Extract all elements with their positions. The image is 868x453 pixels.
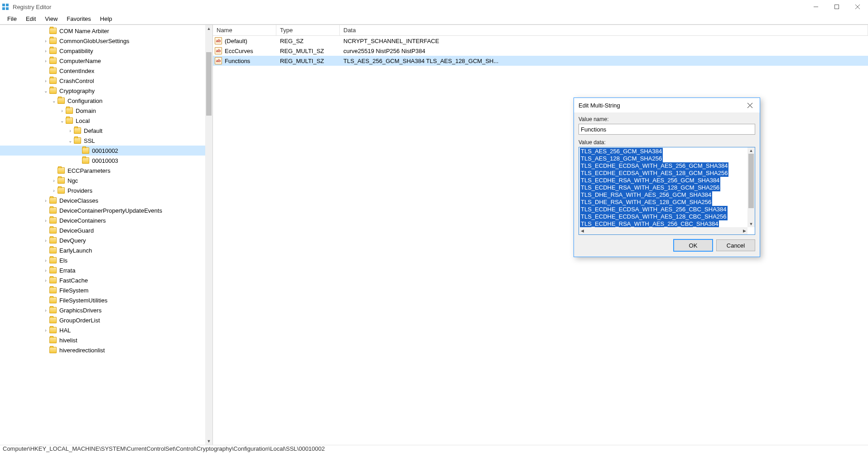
tree-item[interactable]: ›DeviceClasses: [0, 195, 205, 205]
column-header-type[interactable]: Type: [276, 25, 340, 35]
tree-item[interactable]: ·hiveredirectionlist: [0, 345, 205, 355]
chevron-right-icon[interactable]: ›: [43, 268, 49, 273]
value-row[interactable]: abFunctionsREG_MULTI_SZTLS_AES_256_GCM_S…: [213, 56, 868, 66]
close-button[interactable]: [847, 0, 868, 14]
scroll-thumb[interactable]: [206, 52, 212, 116]
tree-item[interactable]: ⌄Configuration: [0, 96, 205, 106]
tree-item[interactable]: ·EarlyLaunch: [0, 245, 205, 255]
values-list[interactable]: ab(Default)REG_SZNCRYPT_SCHANNEL_INTERFA…: [213, 36, 868, 66]
tree-item[interactable]: ›Errata: [0, 265, 205, 275]
chevron-right-icon[interactable]: ›: [43, 218, 49, 223]
tree-item[interactable]: ›Ngc: [0, 175, 205, 185]
value-row[interactable]: ab(Default)REG_SZNCRYPT_SCHANNEL_INTERFA…: [213, 36, 868, 46]
chevron-right-icon[interactable]: ›: [43, 58, 49, 63]
cipher-suite-line[interactable]: TLS_ECDHE_ECDSA_WITH_AES_128_GCM_SHA256: [580, 170, 728, 177]
chevron-right-icon[interactable]: ›: [43, 238, 49, 243]
tree-scrollbar[interactable]: ▲ ▼: [205, 25, 212, 445]
scroll-right-icon[interactable]: ▶: [741, 227, 747, 234]
chevron-right-icon[interactable]: ›: [43, 258, 49, 263]
tree-item[interactable]: ›Els: [0, 255, 205, 265]
tree-item[interactable]: ›ComputerName: [0, 56, 205, 66]
chevron-right-icon[interactable]: ›: [51, 178, 57, 183]
dialog-titlebar[interactable]: Edit Multi-String: [574, 98, 760, 112]
chevron-right-icon[interactable]: ›: [43, 328, 49, 333]
chevron-right-icon[interactable]: ›: [43, 308, 49, 313]
cipher-suite-line[interactable]: TLS_ECDHE_ECDSA_WITH_AES_256_CBC_SHA384: [580, 206, 728, 213]
tree-item[interactable]: ⌄Cryptography: [0, 86, 205, 96]
dialog-close-button[interactable]: [744, 100, 755, 111]
tree-item[interactable]: ·00010003: [0, 156, 205, 166]
cancel-button[interactable]: Cancel: [716, 239, 755, 251]
dialog-hscrollbar[interactable]: ◀ ▶: [579, 227, 747, 234]
tree-item[interactable]: ›CrashControl: [0, 76, 205, 86]
cipher-suite-line[interactable]: TLS_DHE_RSA_WITH_AES_256_GCM_SHA384: [580, 191, 712, 199]
tree-item[interactable]: ·hivelist: [0, 335, 205, 345]
tree-item[interactable]: ›DevQuery: [0, 235, 205, 245]
menu-favorites[interactable]: Favorites: [62, 15, 95, 23]
cipher-suite-line[interactable]: TLS_ECDHE_ECDSA_WITH_AES_256_GCM_SHA384: [580, 162, 728, 170]
cipher-suite-line[interactable]: TLS_DHE_RSA_WITH_AES_128_GCM_SHA256: [580, 199, 712, 206]
tree-item[interactable]: ›CommonGlobUserSettings: [0, 36, 205, 46]
chevron-right-icon[interactable]: ›: [43, 39, 49, 44]
tree-item[interactable]: ·DeviceGuard: [0, 225, 205, 235]
column-header-data[interactable]: Data: [340, 25, 868, 35]
tree-item[interactable]: ·ContentIndex: [0, 66, 205, 76]
dialog-vscrollbar[interactable]: ▲ ▼: [747, 147, 755, 227]
cipher-suite-line[interactable]: TLS_AES_128_GCM_SHA256: [580, 155, 663, 162]
menu-help[interactable]: Help: [96, 15, 117, 23]
tree-item[interactable]: ›GraphicsDrivers: [0, 305, 205, 315]
tree-item[interactable]: ›HAL: [0, 325, 205, 335]
tree-item[interactable]: ·DeviceContainerPropertyUpdateEvents: [0, 205, 205, 215]
scroll-down-icon[interactable]: ▼: [205, 438, 212, 445]
menu-file[interactable]: File: [3, 15, 21, 23]
tree-item[interactable]: ⌄SSL: [0, 136, 205, 146]
column-header-name[interactable]: Name: [213, 25, 276, 35]
value-data-textarea[interactable]: TLS_AES_256_GCM_SHA384TLS_AES_128_GCM_SH…: [579, 147, 755, 235]
chevron-down-icon[interactable]: ⌄: [67, 138, 73, 143]
ok-button[interactable]: OK: [674, 239, 713, 251]
scroll-up-icon[interactable]: ▲: [747, 147, 755, 154]
chevron-right-icon[interactable]: ›: [43, 78, 49, 83]
tree-item[interactable]: ›Domain: [0, 106, 205, 116]
chevron-right-icon[interactable]: ›: [59, 108, 65, 113]
cipher-suite-line[interactable]: TLS_ECDHE_RSA_WITH_AES_256_CBC_SHA384: [580, 220, 719, 227]
chevron-right-icon[interactable]: ›: [43, 49, 49, 54]
cipher-suite-line[interactable]: TLS_ECDHE_RSA_WITH_AES_128_GCM_SHA256: [580, 184, 720, 191]
chevron-down-icon[interactable]: ⌄: [43, 88, 49, 93]
chevron-down-icon[interactable]: ⌄: [59, 118, 65, 123]
value-row[interactable]: abEccCurvesREG_MULTI_SZcurve25519 NistP2…: [213, 46, 868, 56]
address-bar[interactable]: Computer\HKEY_LOCAL_MACHINE\SYSTEM\Curre…: [0, 445, 868, 453]
scroll-up-icon[interactable]: ▲: [205, 25, 212, 32]
maximize-button[interactable]: [826, 0, 847, 14]
menu-view[interactable]: View: [40, 15, 62, 23]
tree-item[interactable]: ·FileSystemUtilities: [0, 295, 205, 305]
tree-item[interactable]: ›Default: [0, 126, 205, 136]
chevron-right-icon[interactable]: ›: [43, 198, 49, 203]
value-name-input[interactable]: [579, 124, 755, 135]
tree-item[interactable]: ⌄Local: [0, 116, 205, 126]
scroll-down-icon[interactable]: ▼: [747, 221, 755, 227]
registry-tree[interactable]: ·COM Name Arbiter›CommonGlobUserSettings…: [0, 25, 205, 355]
cipher-suite-line[interactable]: TLS_ECDHE_ECDSA_WITH_AES_128_CBC_SHA256: [580, 213, 728, 220]
cipher-suite-line[interactable]: TLS_AES_256_GCM_SHA384: [580, 148, 663, 155]
tree-item[interactable]: ·GroupOrderList: [0, 315, 205, 325]
scroll-left-icon[interactable]: ◀: [579, 227, 585, 234]
tree-item[interactable]: ·COM Name Arbiter: [0, 26, 205, 36]
menu-edit[interactable]: Edit: [21, 15, 40, 23]
minimize-button[interactable]: [805, 0, 826, 14]
tree-item[interactable]: ·ECCParameters: [0, 166, 205, 175]
tree-item[interactable]: ›DeviceContainers: [0, 215, 205, 225]
tree-item[interactable]: ›Providers: [0, 185, 205, 195]
cipher-suite-line[interactable]: TLS_ECDHE_RSA_WITH_AES_256_GCM_SHA384: [580, 177, 720, 184]
tree-item-label: GroupOrderList: [58, 317, 101, 324]
tree-item[interactable]: ·FileSystem: [0, 285, 205, 295]
chevron-right-icon[interactable]: ›: [43, 278, 49, 283]
tree-item[interactable]: ›FastCache: [0, 275, 205, 285]
scroll-thumb[interactable]: [748, 154, 754, 208]
tree-item[interactable]: ›Compatibility: [0, 46, 205, 56]
chevron-right-icon[interactable]: ›: [51, 188, 57, 193]
chevron-right-icon[interactable]: ›: [67, 128, 73, 133]
tree-item-label: CrashControl: [58, 78, 95, 84]
chevron-down-icon[interactable]: ⌄: [51, 98, 57, 103]
tree-item[interactable]: ·00010002: [0, 146, 205, 156]
